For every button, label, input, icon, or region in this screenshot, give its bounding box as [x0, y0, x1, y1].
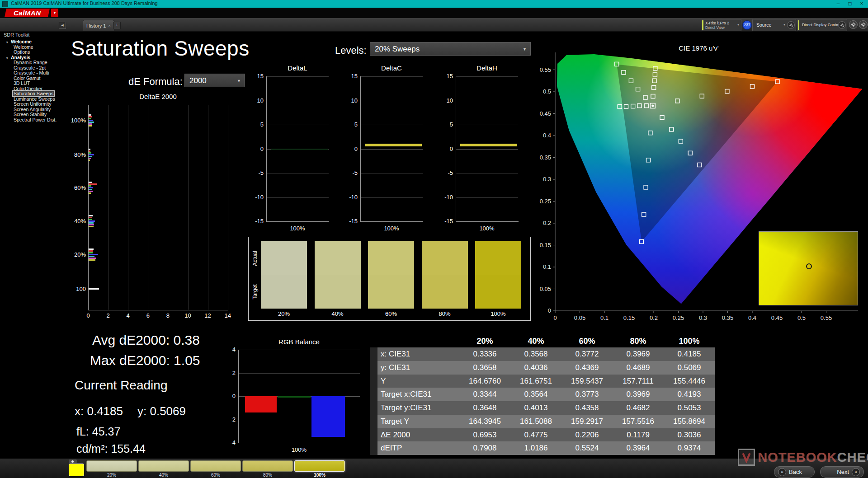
meter-dropdown[interactable]: X-Rite i1Pro 2 Direct View ▼ — [702, 19, 741, 31]
axis-tick-label: -5 — [248, 169, 264, 176]
meter-count-badge: 237 — [742, 20, 752, 30]
x-axis-line — [456, 221, 519, 222]
cell-value: 0.3773 — [561, 388, 613, 401]
gear-icon — [840, 23, 844, 28]
tree-item-label: Grayscale - 2pt — [14, 65, 46, 70]
gridline — [456, 149, 518, 150]
axis-tick-label: 14 — [221, 312, 235, 319]
tab-close-icon[interactable]: × — [108, 23, 110, 28]
calman-app-window: CalMAN 2019 CalMAN Ultimate for Business… — [0, 0, 868, 478]
cell-value: 159.2917 — [561, 415, 613, 428]
close-button[interactable]: × — [856, 0, 867, 8]
x-axis-line — [238, 443, 360, 443]
swatch-level-label: 40% — [315, 310, 361, 317]
meter-status-accent — [702, 20, 703, 30]
cell-value: 0.4358 — [561, 401, 613, 415]
y-axis-line — [88, 105, 89, 310]
chevron-down-icon: ▼ — [237, 74, 241, 88]
axis-tick-label: 4 — [217, 346, 236, 353]
row-label: Target Y — [377, 415, 459, 428]
bar — [89, 123, 92, 125]
source-settings-button[interactable] — [787, 21, 795, 29]
level-button-20[interactable]: 20% — [86, 460, 137, 478]
cell-value: 0.3336 — [459, 347, 510, 361]
cell-value: 0.3564 — [510, 388, 561, 401]
bar — [89, 217, 92, 218]
main-menu-button[interactable]: ▼ — [51, 9, 58, 17]
deltae-chart: DeltaE 2000 02468101214100%80%60%40%20%1… — [68, 93, 249, 321]
level-swatch — [294, 460, 345, 472]
cell-value: 0.4689 — [613, 361, 664, 375]
add-tab-button[interactable]: + — [113, 22, 121, 29]
sidebar-item-color-gamut[interactable]: Color Gamut — [2, 76, 66, 81]
axis-tick-label: -15 — [342, 218, 358, 225]
current-fl: fL: 45.37 — [76, 425, 120, 438]
color-zoom-inset — [759, 231, 858, 305]
gridline — [168, 105, 168, 310]
maximize-button[interactable]: □ — [844, 0, 855, 8]
de-formula-dropdown[interactable]: 2000 ▼ — [184, 74, 245, 87]
x-axis-label: 100% — [266, 225, 329, 232]
tab-history-1[interactable]: History 1 × — [83, 20, 114, 31]
x-axis-line — [266, 221, 329, 222]
sidebar-item-welcome[interactable]: Welcome — [2, 45, 66, 50]
bar — [89, 149, 90, 150]
tree-item-label: Color Gamut — [14, 75, 41, 81]
axis-tick-label: 10 — [438, 97, 453, 104]
bar — [89, 120, 93, 121]
display-control-settings-button[interactable] — [838, 21, 846, 29]
back-label: Back — [789, 469, 802, 475]
cell-value: 0.4013 — [510, 401, 561, 415]
chart-title: DeltaC — [360, 64, 423, 72]
bar — [89, 154, 94, 155]
svg-text:0.3: 0.3 — [699, 314, 707, 321]
red-bar — [245, 396, 277, 412]
column-header: 20% — [459, 335, 510, 347]
de-formula-label: dE Formula: — [128, 76, 183, 88]
cell-value: 157.7111 — [613, 375, 664, 388]
axis-tick-label: 5 — [438, 121, 453, 128]
back-button[interactable]: « Back — [774, 466, 815, 478]
level-button-40[interactable]: 40% — [138, 460, 189, 478]
gridline — [360, 101, 423, 101]
display-control-dropdown[interactable]: Direct Display Control ▼ — [797, 19, 847, 31]
window-title: CalMAN 2019 CalMAN Ultimate for Business… — [11, 0, 158, 6]
row-label: x: CIE31 — [377, 347, 459, 361]
meter-mode: Direct View — [705, 25, 725, 30]
axis-tick-label: 0 — [438, 145, 453, 152]
row-label: y: CIE31 — [377, 361, 459, 375]
level-button-80[interactable]: 80% — [242, 460, 293, 478]
level-button-100[interactable]: 100% — [294, 460, 345, 478]
svg-text:0.45: 0.45 — [540, 110, 551, 117]
gridline — [456, 101, 518, 101]
svg-text:0.15: 0.15 — [540, 242, 551, 248]
svg-text:0.5: 0.5 — [797, 314, 806, 321]
settings-button[interactable] — [849, 20, 858, 29]
sidebar-item-spectral-power-dist[interactable]: Spectral Power Dist. — [2, 117, 66, 123]
app-icon — [2, 1, 8, 7]
gridline — [266, 76, 329, 77]
axis-tick-label: -5 — [342, 169, 358, 176]
minimize-button[interactable]: – — [833, 0, 844, 8]
sidebar-collapse-button[interactable]: ◀ — [59, 22, 66, 29]
app-options-button[interactable] — [859, 20, 868, 29]
next-button[interactable]: Next » — [820, 466, 864, 478]
bar — [89, 191, 93, 192]
table-row: Target y:CIE310.36480.40130.43580.46820.… — [370, 401, 715, 415]
axis-tick-label: -10 — [248, 194, 264, 201]
tree-item-label: Luminance Sweeps — [14, 96, 55, 102]
target-swatch — [422, 275, 468, 309]
current-x: x: 0.4185 — [75, 404, 123, 418]
cell-value: 1.0186 — [510, 441, 561, 455]
gridline — [266, 125, 329, 125]
source-dropdown[interactable]: Source ▼ — [752, 19, 796, 31]
bar — [89, 152, 91, 154]
cell-value: 0.5069 — [664, 361, 715, 375]
gridline — [238, 373, 360, 374]
levels-dropdown[interactable]: 20% Sweeps ▼ — [370, 42, 531, 56]
axis-tick-label: 60% — [68, 184, 86, 191]
gridline — [360, 125, 423, 125]
axis-tick-label: -15 — [438, 218, 453, 225]
sidebar-item-welcome[interactable]: ▾Welcome — [2, 39, 66, 45]
level-button-60[interactable]: 60% — [190, 460, 241, 478]
